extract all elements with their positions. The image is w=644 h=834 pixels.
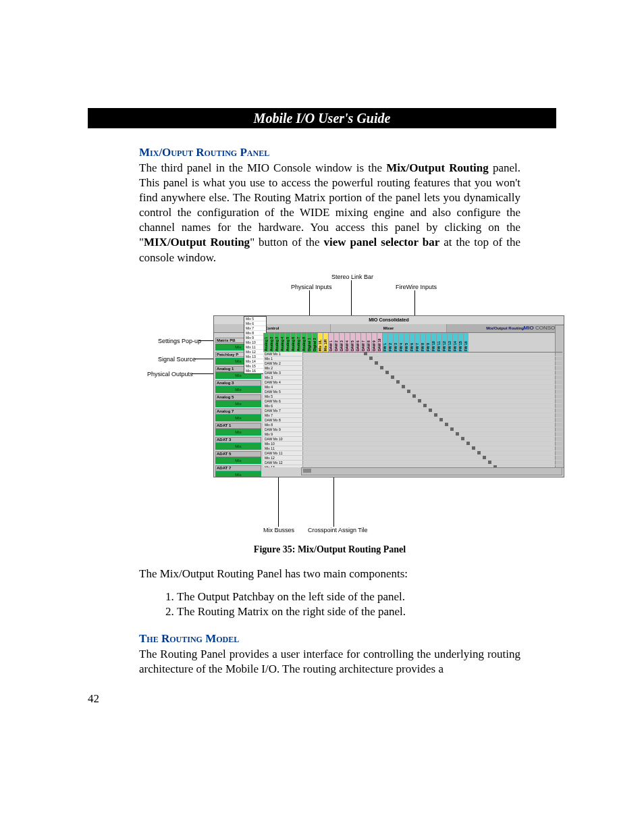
row-cells[interactable] [303, 371, 562, 375]
crosspoint-assigned[interactable] [412, 394, 416, 398]
crosspoint-assigned[interactable] [445, 423, 448, 426]
crosspoint-assigned[interactable] [450, 427, 454, 431]
crosspoint-assigned[interactable] [380, 366, 383, 369]
input-header[interactable]: FW 9 [425, 333, 431, 352]
input-header[interactable]: FW 6 [409, 333, 414, 352]
input-header[interactable]: DAW 4 [344, 333, 350, 352]
input-header[interactable]: Analog 1 [263, 333, 269, 352]
row-cells[interactable] [303, 375, 562, 380]
input-header[interactable]: FW 2 [387, 333, 393, 352]
row-cells[interactable] [303, 404, 562, 408]
input-header[interactable]: Digital 2 [312, 333, 317, 352]
row-cells[interactable] [303, 357, 562, 361]
input-header[interactable]: Digital 1 [306, 333, 312, 352]
input-header[interactable]: DAW 5 [350, 333, 355, 352]
row-cells[interactable] [303, 442, 562, 446]
row-cells[interactable] [303, 427, 562, 432]
hscroll-thumb[interactable] [303, 469, 311, 473]
row-cells[interactable] [303, 409, 562, 413]
crosspoint-assigned[interactable] [472, 446, 475, 450]
tab-control[interactable]: Control [214, 324, 331, 332]
input-header[interactable]: FW 16 [463, 333, 468, 352]
row-cells[interactable] [303, 446, 562, 450]
crosspoint-assigned[interactable] [477, 451, 481, 454]
input-header[interactable]: DAW 10 [377, 333, 382, 352]
crosspoint-assigned[interactable] [369, 357, 373, 360]
row-cells[interactable] [303, 456, 562, 460]
row-cells[interactable] [303, 432, 562, 436]
row-cells[interactable] [303, 380, 562, 384]
input-header[interactable]: Analog 3 [274, 333, 279, 352]
crosspoint-assigned[interactable] [418, 399, 421, 402]
crosspoint-assigned[interactable] [429, 409, 432, 412]
output-source-select[interactable]: Mix [215, 457, 261, 464]
crosspoint-assigned[interactable] [396, 380, 400, 384]
row-cells[interactable] [303, 418, 562, 422]
crosspoint-assigned[interactable] [385, 371, 389, 374]
mix-option[interactable]: Mix 5 [244, 317, 266, 321]
row-cells[interactable] [303, 399, 562, 403]
input-header[interactable]: DAW 9 [371, 333, 377, 352]
crosspoint-assigned[interactable] [364, 352, 367, 355]
input-header[interactable]: DAW 8 [366, 333, 371, 352]
row-cells[interactable] [303, 390, 562, 394]
input-header[interactable]: Analog 6 [290, 333, 296, 352]
crosspoint-assigned[interactable] [456, 432, 459, 436]
row-cells[interactable] [303, 385, 562, 389]
crosspoint-assigned[interactable] [488, 461, 491, 464]
row-cells[interactable] [303, 394, 562, 398]
input-header[interactable]: Analog 8 [301, 333, 306, 352]
row-cells[interactable] [303, 461, 562, 465]
input-header[interactable]: DAW 2 [333, 333, 339, 352]
input-header[interactable]: FW 11 [436, 333, 441, 352]
input-header[interactable]: FW 14 [452, 333, 458, 352]
input-header[interactable]: Analog 2 [269, 333, 274, 352]
input-header[interactable]: FW 10 [431, 333, 436, 352]
row-cells[interactable] [303, 366, 562, 370]
input-header[interactable]: FW 15 [458, 333, 463, 352]
crosspoint-assigned[interactable] [391, 375, 394, 379]
crosspoint-assigned[interactable] [483, 456, 486, 459]
row-cells[interactable] [303, 413, 562, 417]
input-header[interactable]: DAW 6 [355, 333, 360, 352]
row-cells[interactable] [303, 352, 562, 356]
input-header[interactable]: FW 12 [441, 333, 447, 352]
output-source-select[interactable]: Mix [215, 443, 261, 450]
output-source-select[interactable]: Mix [215, 471, 261, 477]
input-header[interactable]: DAW 3 [339, 333, 344, 352]
crosspoint-assigned[interactable] [434, 413, 437, 417]
input-header[interactable]: Mix 1/R [323, 333, 328, 352]
input-header[interactable]: FW 5 [404, 333, 409, 352]
input-header[interactable]: FW 4 [398, 333, 404, 352]
input-header[interactable]: DAW 7 [360, 333, 366, 352]
input-header[interactable]: Analog 4 [279, 333, 285, 352]
row-cells[interactable] [303, 451, 562, 455]
input-header[interactable]: Mix 1/L [317, 333, 323, 352]
crosspoint-assigned[interactable] [402, 385, 405, 388]
output-source-select[interactable]: Mix [215, 429, 261, 436]
crosspoint-assigned[interactable] [423, 404, 427, 407]
crosspoint-assigned[interactable] [407, 390, 410, 393]
row-cells[interactable] [303, 437, 562, 441]
output-source-select[interactable]: Mix [215, 400, 261, 407]
input-header[interactable]: Analog 7 [296, 333, 301, 352]
mix-option[interactable]: Mix 7 [244, 326, 266, 331]
input-header[interactable]: FW 3 [393, 333, 398, 352]
row-cells[interactable] [303, 423, 562, 427]
mix-option[interactable]: Mix 6 [244, 321, 266, 326]
hscroll[interactable] [301, 467, 562, 475]
tab-mixer[interactable]: Mixer [331, 324, 448, 332]
output-source-select[interactable]: Mix [215, 415, 261, 421]
input-header[interactable]: FW 7 [414, 333, 420, 352]
input-header[interactable]: DAW 1 [328, 333, 333, 352]
input-header[interactable]: Analog 5 [285, 333, 290, 352]
crosspoint-assigned[interactable] [466, 442, 470, 445]
crosspoint-assigned[interactable] [461, 437, 464, 440]
crosspoint-assigned[interactable] [375, 361, 378, 365]
input-header[interactable]: FW 1 [382, 333, 387, 352]
input-header[interactable]: FW 8 [420, 333, 425, 352]
output-source-select[interactable]: Mix [215, 386, 261, 393]
input-header[interactable]: FW 13 [447, 333, 452, 352]
row-cells[interactable] [303, 361, 562, 365]
crosspoint-assigned[interactable] [439, 418, 443, 421]
